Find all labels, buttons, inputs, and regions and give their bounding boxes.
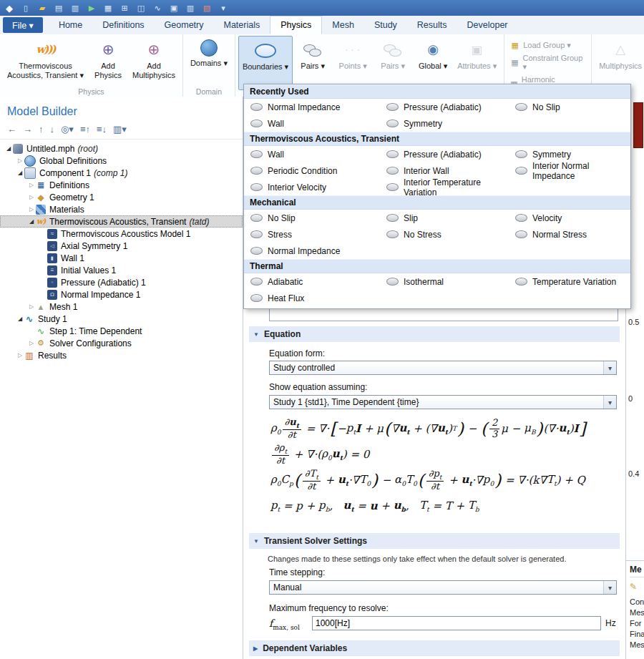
- tree-expander-icon[interactable]: [4, 145, 13, 152]
- open-folder-icon[interactable]: ▰: [36, 2, 48, 14]
- thermoviscous-acoustics-button[interactable]: ThermoviscousAcoustics, Transient ▾: [3, 36, 88, 90]
- new-file-icon[interactable]: ▯: [20, 2, 31, 14]
- tree-expander-icon[interactable]: [16, 316, 24, 322]
- windows-layout-icon[interactable]: ▣: [168, 2, 180, 14]
- tree-node-wall-1[interactable]: Wall 1: [0, 252, 243, 264]
- pairs-2-button[interactable]: Pairs ▾: [373, 36, 413, 90]
- expand-all-icon[interactable]: ≡↓: [97, 124, 107, 135]
- build-mesh-icon[interactable]: ▦: [102, 2, 114, 14]
- menu-item[interactable]: Normal Stress: [509, 226, 630, 243]
- table-icon[interactable]: ▥: [185, 2, 196, 14]
- menu-item[interactable]: Normal Impedance: [244, 243, 380, 259]
- tree-node-global-definitions[interactable]: Global Definitions: [0, 155, 243, 167]
- menu-item[interactable]: Stress: [244, 226, 380, 243]
- pairs-button[interactable]: Pairs ▾: [293, 36, 333, 90]
- add-component-icon[interactable]: ◫: [135, 2, 147, 14]
- compact-history-icon[interactable]: ▥: [69, 2, 81, 14]
- menu-item[interactable]: Symmetry: [380, 115, 509, 132]
- tree-node-results[interactable]: Results: [0, 349, 243, 361]
- tree-expander-icon[interactable]: [16, 352, 24, 358]
- equation-section-header[interactable]: ▼ Equation: [249, 326, 620, 342]
- pencil-icon[interactable]: ✎: [630, 582, 644, 592]
- menu-item[interactable]: No Stress: [380, 226, 509, 243]
- menu-item[interactable]: Normal Impedance: [244, 99, 380, 115]
- dropdown-arrow-icon[interactable]: ▾: [603, 396, 616, 409]
- ribbon-tab[interactable]: Geometry: [155, 16, 214, 34]
- tree-expander-icon[interactable]: [27, 206, 36, 213]
- points-button[interactable]: Points ▾: [333, 36, 373, 90]
- ribbon-tab[interactable]: Study: [364, 16, 407, 34]
- constraint-group-item[interactable]: ▦ Constraint Group ▾: [510, 54, 585, 72]
- menu-item[interactable]: Interior Velocity: [244, 179, 380, 195]
- tree-node-root[interactable]: Untitled.mph (root): [0, 142, 243, 155]
- menu-item[interactable]: No Slip: [509, 99, 630, 115]
- back-icon[interactable]: ←: [7, 124, 16, 135]
- dependent-variables-section-header[interactable]: ▶ Dependent Variables: [249, 640, 620, 656]
- add-study-icon[interactable]: ∿: [152, 2, 163, 14]
- file-menu-button[interactable]: File ▾: [3, 17, 43, 33]
- menu-item[interactable]: Isothermal: [380, 273, 509, 290]
- tree-node-materials[interactable]: Materials: [0, 203, 243, 215]
- tree-node-definitions[interactable]: Definitions: [0, 179, 243, 191]
- tree-node-mesh-1[interactable]: Mesh 1: [0, 301, 243, 313]
- ribbon-tab[interactable]: Definitions: [92, 16, 154, 34]
- dropdown-arrow-icon[interactable]: ▾: [603, 361, 616, 374]
- global-button[interactable]: Global ▾: [413, 36, 453, 90]
- add-physics-button[interactable]: AddPhysics: [88, 36, 128, 90]
- equation-form-select[interactable]: Study controlled ▾: [269, 361, 617, 375]
- domains-button[interactable]: Domains ▾: [186, 36, 232, 90]
- add-multiphysics-button[interactable]: AddMultiphysics: [128, 36, 180, 90]
- ribbon-tab[interactable]: Mesh: [322, 16, 364, 34]
- max-frequency-input[interactable]: [312, 616, 601, 630]
- menu-item[interactable]: Slip: [380, 210, 509, 226]
- menu-item[interactable]: Interior Temperature Variation: [380, 179, 509, 195]
- menu-item[interactable]: Interior Normal Impedance: [509, 162, 630, 179]
- tree-node-step-1-time-dependent[interactable]: Step 1: Time Dependent: [0, 325, 243, 337]
- tree-expander-icon[interactable]: [27, 182, 36, 188]
- tree-expander-icon[interactable]: [16, 170, 24, 176]
- collapse-all-icon[interactable]: ≡↑: [80, 124, 90, 135]
- tree-node-initial-values-1[interactable]: Initial Values 1: [0, 264, 243, 276]
- time-stepping-select[interactable]: Manual ▾: [269, 580, 617, 595]
- menu-item[interactable]: Wall: [244, 146, 380, 162]
- stop-icon[interactable]: ▧: [201, 2, 213, 14]
- tree-node-component-1[interactable]: Component 1 (comp 1): [0, 167, 243, 179]
- move-down-icon[interactable]: ↓: [50, 124, 55, 135]
- menu-item[interactable]: Temperature Variation: [509, 273, 630, 290]
- menu-item[interactable]: No Slip: [244, 210, 380, 226]
- load-group-item[interactable]: ▦ Load Group ▾: [510, 41, 585, 50]
- menu-item[interactable]: Periodic Condition: [244, 162, 380, 179]
- tree-expander-icon[interactable]: [27, 218, 36, 225]
- menu-item[interactable]: Adiabatic: [244, 273, 380, 290]
- forward-icon[interactable]: →: [23, 124, 32, 135]
- show-options-icon[interactable]: ◎▾: [61, 124, 74, 135]
- ribbon-tab[interactable]: Developer: [457, 16, 518, 34]
- comsol-logo-icon[interactable]: ◆: [4, 2, 15, 14]
- ribbon-tab[interactable]: Home: [49, 16, 92, 34]
- tree-expander-icon[interactable]: [16, 157, 24, 164]
- show-equation-select[interactable]: Study 1 {std1}, Time Dependent {time} ▾: [269, 395, 617, 409]
- menu-item[interactable]: Velocity: [509, 210, 630, 226]
- ribbon-tab[interactable]: Results: [407, 16, 457, 34]
- tree-expander-icon[interactable]: [27, 303, 36, 310]
- tree-node-axial-symmetry-1[interactable]: Axial Symmetry 1: [0, 240, 243, 252]
- tree-settings-icon[interactable]: ▥▾: [113, 124, 127, 135]
- attributes-button[interactable]: Attributes ▾: [453, 36, 501, 90]
- tree-node-study-1[interactable]: Study 1: [0, 313, 243, 325]
- menu-item[interactable]: Heat Flux: [244, 290, 380, 306]
- menu-item[interactable]: Wall: [244, 115, 380, 132]
- tree-expander-icon[interactable]: [27, 340, 36, 346]
- move-up-icon[interactable]: ↑: [39, 124, 44, 135]
- tree-node-normal-impedance-1[interactable]: Normal Impedance 1: [0, 288, 243, 301]
- run-icon[interactable]: ▶: [86, 2, 97, 14]
- multiphysics-button[interactable]: Multiphysics: [595, 36, 644, 90]
- tree-node-thermoviscous-acoustics-model-1[interactable]: Thermoviscous Acoustics Model 1: [0, 228, 243, 240]
- ribbon-tab[interactable]: Materials: [214, 16, 270, 34]
- menu-item[interactable]: Pressure (Adiabatic): [380, 146, 509, 162]
- tree-node-thermoviscous-acoustics-transient[interactable]: Thermoviscous Acoustics, Transient (tatd…: [0, 215, 243, 228]
- tree-node-geometry-1[interactable]: Geometry 1: [0, 191, 243, 203]
- tree-expander-icon[interactable]: [27, 194, 36, 200]
- dropdown-arrow-icon[interactable]: ▾: [603, 581, 616, 594]
- boundaries-button[interactable]: Boundaries ▾: [238, 36, 293, 90]
- tree-node-solver-configurations[interactable]: Solver Configurations: [0, 337, 243, 349]
